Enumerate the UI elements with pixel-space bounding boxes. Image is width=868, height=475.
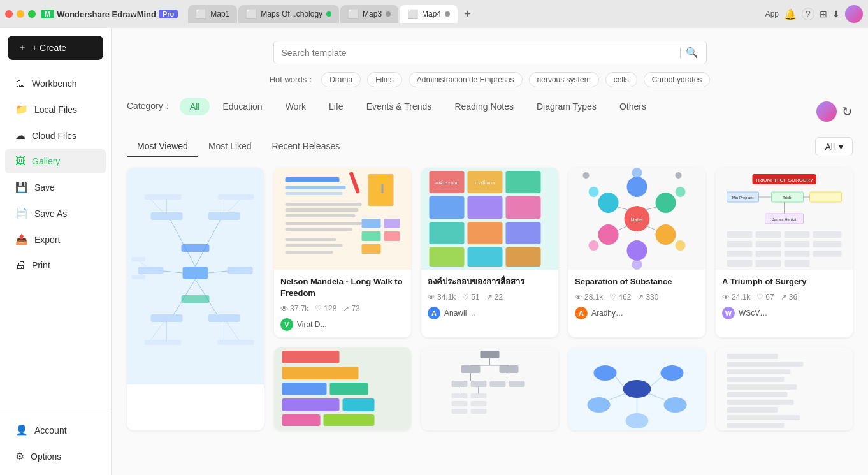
tab-maps-chology[interactable]: ⬜ Maps Of...chology	[238, 5, 339, 23]
svg-rect-49	[286, 244, 343, 247]
author-avatar: V	[280, 318, 293, 331]
hot-tag-carbohydrates[interactable]: Carbohydrates	[644, 72, 711, 87]
sort-tabs: Most Viewed Most Liked Recent Releases	[127, 136, 350, 157]
svg-rect-54	[384, 219, 400, 228]
svg-rect-33	[182, 244, 210, 252]
sort-tab-most-liked[interactable]: Most Liked	[198, 136, 262, 157]
svg-rect-124	[343, 398, 375, 411]
cat-btn-all[interactable]: All	[180, 98, 210, 115]
minimize-button[interactable]	[17, 10, 24, 18]
share-icon: ↗	[637, 293, 644, 302]
sort-tab-most-viewed[interactable]: Most Viewed	[127, 136, 198, 157]
svg-rect-98	[810, 192, 842, 202]
new-tab-button[interactable]: +	[459, 5, 476, 24]
svg-rect-19	[218, 194, 237, 200]
svg-rect-37	[349, 172, 361, 194]
eye-icon: 👁	[575, 293, 582, 302]
titlebar: M Wondershare EdrawMind Pro ⬜ Map1 ⬜ Map…	[0, 0, 868, 28]
card-second-row-4[interactable]	[716, 347, 853, 430]
svg-point-84	[632, 168, 642, 178]
svg-rect-27	[218, 340, 237, 345]
card-second-row-2[interactable]	[421, 347, 558, 430]
svg-rect-164	[727, 400, 794, 405]
hot-tag-nervous[interactable]: nervous system	[529, 72, 599, 87]
help-button[interactable]: ?	[802, 8, 814, 20]
color-picker-icon[interactable]	[816, 101, 837, 122]
svg-rect-130	[500, 365, 519, 373]
cat-btn-others[interactable]: Others	[609, 98, 656, 115]
hot-tag-cells[interactable]: cells	[605, 72, 637, 87]
card-separation-substance[interactable]: Matter	[568, 168, 705, 337]
svg-rect-41	[286, 186, 346, 189]
svg-point-91	[583, 172, 590, 179]
card-second-row-3[interactable]	[568, 347, 705, 430]
cat-btn-diagram-types[interactable]: Diagram Types	[526, 98, 607, 115]
card-mindmap-large[interactable]	[127, 168, 264, 430]
card-thai-communication[interactable]: องค์ประกอบ การสื่อสาร องค์ประกอบของการสื…	[421, 168, 558, 337]
card-second-row-1[interactable]	[274, 347, 411, 430]
tab-map3[interactable]: ⬜ Map3	[340, 5, 398, 23]
card-author: A Aradhy…	[575, 307, 699, 319]
cat-btn-life[interactable]: Life	[319, 98, 354, 115]
cat-btn-work[interactable]: Work	[275, 98, 316, 115]
cat-btn-education[interactable]: Education	[212, 98, 272, 115]
svg-point-150	[588, 397, 611, 413]
card-nelson-mandela[interactable]: Nelson Mandela - Long Walk to Freedom 👁 …	[274, 168, 411, 337]
hot-tag-films[interactable]: Films	[367, 72, 402, 87]
svg-text:องค์ประกอบ: องค์ประกอบ	[435, 180, 458, 185]
sidebar-item-local-files[interactable]: 📁 Local Files	[5, 97, 106, 122]
svg-rect-137	[490, 381, 506, 387]
svg-text:การสื่อสาร: การสื่อสาร	[475, 180, 495, 185]
svg-rect-123	[282, 398, 340, 411]
download-button[interactable]: ⬇	[832, 9, 840, 19]
filter-dropdown[interactable]: All ▾	[815, 137, 853, 156]
tab-dot-gray	[386, 11, 391, 17]
close-button[interactable]	[5, 10, 13, 18]
create-button[interactable]: ＋ + Create	[8, 36, 103, 60]
svg-rect-127	[481, 351, 500, 358]
sidebar-item-print[interactable]: 🖨 Print	[5, 253, 106, 277]
eye-icon: 👁	[722, 293, 730, 302]
hot-tag-empresas[interactable]: Administracion de Empresas	[409, 72, 523, 87]
grid-button[interactable]: ⊞	[820, 9, 827, 19]
sidebar-item-options[interactable]: ⚙ Options	[5, 444, 106, 469]
share-icon: ↗	[486, 293, 493, 302]
likes-stat: ♡ 128	[315, 304, 336, 313]
svg-point-85	[676, 187, 686, 197]
hot-tag-drama[interactable]: Drama	[321, 72, 361, 87]
svg-line-155	[610, 393, 626, 400]
hot-words: Hot words： Drama Films Administracion de…	[127, 72, 853, 87]
svg-text:James Herriot: James Herriot	[772, 217, 797, 221]
sidebar-item-save[interactable]: 💾 Save	[5, 175, 106, 200]
tab-map4[interactable]: ⬜ Map4	[400, 5, 458, 23]
sidebar-item-workbench[interactable]: 🗂 Workbench	[5, 71, 106, 96]
svg-rect-65	[430, 247, 465, 267]
refresh-icon[interactable]: ↻	[842, 104, 853, 119]
search-icon[interactable]: 🔍	[686, 47, 698, 59]
svg-rect-160	[727, 369, 791, 374]
user-avatar[interactable]	[845, 5, 863, 23]
sort-tab-recent[interactable]: Recent Releases	[262, 136, 351, 157]
notification-bell[interactable]: 🔔	[784, 8, 797, 20]
cat-btn-events[interactable]: Events & Trends	[356, 98, 442, 115]
card-triumph-surgery[interactable]: TRIUMPH OF SURGERY Min Preplant Trichi J…	[716, 168, 853, 337]
svg-rect-39	[382, 184, 384, 193]
sidebar: ＋ + Create 🗂 Workbench 📁 Local Files ☁ C…	[0, 28, 112, 475]
sidebar-item-cloud-files[interactable]: ☁ Cloud Files	[5, 123, 106, 148]
sidebar-item-gallery[interactable]: 🖼 Gallery	[5, 149, 106, 173]
tab-map1[interactable]: ⬜ Map1	[188, 5, 237, 23]
app-name: Wondershare EdrawMind	[57, 10, 156, 19]
maximize-button[interactable]	[28, 10, 36, 18]
svg-rect-104	[727, 231, 753, 238]
search-input[interactable]	[282, 48, 675, 58]
options-icon: ⚙	[15, 450, 24, 462]
sidebar-item-save-as[interactable]: 📄 Save As	[5, 201, 106, 226]
sidebar-item-account[interactable]: 👤 Account	[5, 418, 106, 442]
heart-icon: ♡	[315, 304, 322, 313]
heart-icon: ♡	[609, 293, 616, 302]
sidebar-item-export[interactable]: 📤 Export	[5, 227, 106, 252]
svg-rect-66	[468, 247, 503, 267]
app-button[interactable]: App	[765, 10, 779, 18]
card-title: องค์ประกอบของการสื่อสาร	[428, 276, 552, 288]
cat-btn-reading-notes[interactable]: Reading Notes	[444, 98, 524, 115]
